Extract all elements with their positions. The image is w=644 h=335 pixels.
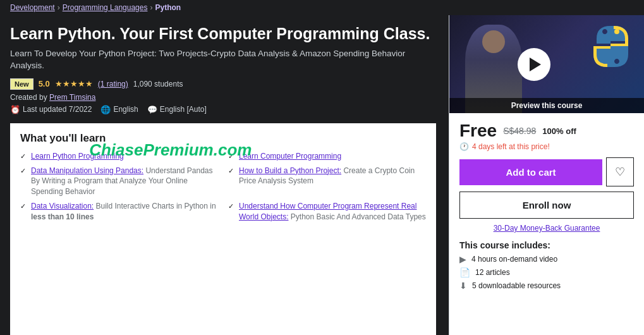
check-icon-1: ✓: [20, 152, 26, 161]
caption-item: 💬 English [Auto]: [147, 105, 207, 114]
check-icon-r2: ✓: [228, 166, 234, 176]
instructor-head: [482, 30, 505, 53]
pricing-area: Free S$48.98 100% off 🕐 4 days left at t…: [449, 113, 644, 240]
breadcrumb-sep2: ›: [150, 3, 152, 12]
download-icon: ⬇: [459, 281, 467, 291]
learn-link-r2[interactable]: How to Build a Python Project:: [239, 166, 341, 175]
learn-item-r2: ✓ How to Build a Python Project: Create …: [228, 166, 426, 197]
includes-title: This course includes:: [459, 240, 634, 250]
learn-link-1[interactable]: Learn Python Programming: [31, 152, 124, 161]
learn-link-r3[interactable]: Understand How Computer Program Represen…: [239, 202, 416, 221]
includes-item-0: ▶ 4 hours on-demand video: [459, 254, 634, 264]
preview-label: Preview this course: [449, 98, 644, 113]
created-by: Created by Prem Timsina: [10, 93, 436, 102]
original-price: S$48.98: [503, 126, 536, 136]
check-icon-r3: ✓: [228, 202, 234, 211]
last-updated: ⏰ Last updated 7/2022: [10, 105, 92, 114]
learn-item-1: ✓ Learn Python Programming: [20, 151, 218, 162]
timer-row: 🕐 4 days left at this price!: [459, 142, 634, 151]
check-icon-2: ✓: [20, 166, 26, 176]
free-price: Free: [459, 121, 497, 141]
learn-item-r3: ✓ Understand How Computer Program Repres…: [228, 201, 426, 222]
breadcrumb-programming-languages[interactable]: Programming Languages: [63, 3, 148, 12]
meta-row: New 5.0 ★★★★★ (1 rating) 1,090 students: [10, 78, 436, 90]
enroll-now-button[interactable]: Enroll now: [459, 192, 634, 219]
svg-point-1: [602, 59, 607, 64]
left-panel: Learn Python. Your First Computer Progra…: [0, 15, 449, 335]
timer-icon: 🕐: [459, 142, 469, 151]
new-badge: New: [10, 78, 33, 90]
python-logo: [587, 23, 635, 73]
students-count: 1,090 students: [133, 80, 183, 88]
breadcrumb: Development › Programming Languages › Py…: [0, 0, 644, 15]
guarantee-text[interactable]: 30-Day Money-Back Guarantee: [459, 224, 634, 233]
add-to-cart-button[interactable]: Add to cart: [459, 159, 602, 185]
breadcrumb-python: Python: [155, 3, 181, 12]
includes-item-1: 📄 12 articles: [459, 267, 634, 277]
article-icon: 📄: [459, 267, 470, 277]
wishlist-button[interactable]: ♡: [606, 157, 634, 186]
stars: ★★★★★: [55, 79, 93, 88]
preview-box[interactable]: Preview this course: [449, 15, 644, 113]
breadcrumb-sep1: ›: [58, 3, 60, 12]
includes-section: This course includes: ▶ 4 hours on-deman…: [449, 240, 644, 291]
course-title: Learn Python. Your First Computer Progra…: [10, 24, 436, 43]
learn-section: What you'll learn ✓ Learn Python Program…: [10, 123, 436, 335]
instructor-link[interactable]: Prem Timsina: [49, 93, 95, 102]
learn-item-2: ✓ Data Manipulation Using Pandas: Unders…: [20, 166, 218, 197]
timer-text: 4 days left at this price!: [472, 142, 550, 151]
right-panel: Preview this course Free S$48.98 100% of…: [449, 15, 644, 335]
video-icon: ▶: [459, 254, 466, 264]
course-subtitle: Learn To Develop Your Python Project: Tw…: [10, 48, 436, 72]
clock-icon: ⏰: [10, 105, 20, 114]
rating-score: 5.0: [39, 79, 50, 88]
rating-count[interactable]: (1 rating): [98, 80, 128, 88]
learn-link-r1[interactable]: Learn Computer Programming: [239, 152, 341, 161]
learn-title: What you'll learn: [20, 132, 426, 145]
learn-link-2[interactable]: Data Manipulation Using Pandas:: [31, 166, 143, 175]
includes-list: ▶ 4 hours on-demand video 📄 12 articles …: [459, 254, 634, 291]
svg-point-0: [614, 29, 619, 34]
globe-icon: 🌐: [100, 105, 111, 114]
breadcrumb-development[interactable]: Development: [10, 3, 55, 12]
discount-pct: 100% off: [542, 126, 576, 136]
includes-item-2: ⬇ 5 downloadable resources: [459, 281, 634, 291]
learn-item-r1: ✓ Learn Computer Programming: [228, 151, 426, 162]
learn-item-3: ✓ Data Visualization: Build Interactive …: [20, 201, 218, 222]
check-icon-r1: ✓: [228, 152, 234, 161]
language-item: 🌐 English: [100, 105, 138, 114]
cc-icon: 💬: [147, 105, 157, 114]
play-button[interactable]: [518, 48, 550, 81]
learn-grid: ✓ Learn Python Programming ✓ Learn Compu…: [20, 151, 426, 222]
info-row: ⏰ Last updated 7/2022 🌐 English 💬 Englis…: [10, 105, 436, 114]
learn-link-3[interactable]: Data Visualization:: [31, 202, 94, 210]
check-icon-3: ✓: [20, 202, 26, 211]
cart-row: Add to cart ♡: [459, 157, 634, 186]
price-row: Free S$48.98 100% off: [459, 121, 634, 141]
